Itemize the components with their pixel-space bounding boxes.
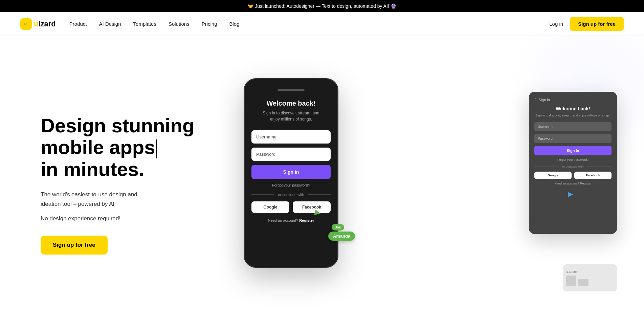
phone-divider-text: or continue with — [278, 193, 304, 197]
navbar: u uizard Product AI Design Templates Sol… — [0, 12, 644, 36]
back-panel-facebook-button[interactable]: Facebook — [574, 172, 612, 179]
back-panel-welcome: Welcome back! — [534, 106, 612, 111]
back-panel2-bars — [566, 276, 614, 286]
nav-ai-design[interactable]: AI Design — [99, 21, 121, 27]
announcement-text: 🤝 Just launched: Autodesigner — Text to … — [248, 3, 396, 9]
login-button[interactable]: Log in — [549, 21, 563, 27]
svg-text:u: u — [24, 22, 27, 26]
bar-1 — [566, 276, 576, 286]
phone-divider-line-right — [308, 194, 331, 195]
hero-content: Design stunning mobile apps in minutes. … — [41, 115, 210, 255]
phone-signin-button[interactable]: Sign in — [251, 165, 331, 179]
announcement-bar: 🤝 Just launched: Autodesigner — Text to … — [0, 0, 644, 12]
logo-icon: u — [20, 18, 32, 30]
divider-text: or continue with — [562, 165, 583, 168]
phone-divider-line-left — [251, 194, 274, 195]
joe-badge: Joe — [332, 224, 344, 231]
phone-subtitle: Sign in to discover, stream, andenjoy mi… — [263, 110, 319, 122]
phone-screen: Welcome back! Sign in to discover, strea… — [245, 79, 337, 267]
back-panel-google-button[interactable]: Google — [534, 172, 572, 179]
back-panel-mockup: 2. Sign in Welcome back! Sign in to disc… — [529, 92, 617, 234]
back-panel-password: Password — [534, 134, 612, 143]
nav-links: Product AI Design Templates Solutions Pr… — [69, 21, 549, 27]
nav-templates[interactable]: Templates — [133, 21, 156, 27]
logo-text: uizard — [34, 20, 56, 28]
phone-google-button[interactable]: Google — [251, 201, 289, 213]
cursor-blink — [156, 139, 157, 158]
back-panel2-label: 4.Search — [566, 270, 614, 274]
back-panel-forgot: Forgot your password? — [534, 158, 612, 161]
cursor-arrow-icon: ▶ — [568, 190, 573, 198]
phone-forgot[interactable]: Forgot your password? — [272, 183, 310, 187]
nav-pricing[interactable]: Pricing — [202, 21, 217, 27]
logo[interactable]: u uizard — [20, 18, 56, 30]
hero-signup-button[interactable]: Sign up for free — [41, 236, 108, 255]
amanda-badge: Amanda — [328, 232, 355, 241]
back-panel-username: Username — [534, 122, 612, 131]
nav-actions: Log in Sign up for free — [549, 17, 624, 31]
back-panel2-mockup: 4.Search — [563, 264, 617, 291]
nav-product[interactable]: Product — [69, 21, 87, 27]
phone-facebook-button[interactable]: Facebook — [293, 201, 331, 213]
hero-title: Design stunning mobile apps in minutes. — [41, 115, 210, 180]
back-panel-register: Need an account? Register — [534, 182, 612, 185]
divider-line-left — [534, 167, 559, 167]
hero-subtitle: The world's easiest-to-use design andide… — [41, 190, 210, 208]
hero-section: Design stunning mobile apps in minutes. … — [0, 36, 644, 327]
phone-notch — [277, 89, 305, 91]
hero-visuals: 2. Sign in Welcome back! Sign in to disc… — [223, 75, 624, 295]
nav-solutions[interactable]: Solutions — [169, 21, 190, 27]
back-panel-divider: or continue with — [534, 165, 612, 168]
nav-signup-button[interactable]: Sign up for free — [570, 17, 624, 31]
phone-register: Need an account? Register — [268, 218, 314, 222]
back-panel-subtitle: Sign in to discover, stream, and enjoy m… — [534, 113, 612, 118]
back-panel-signin-button[interactable]: Sign in — [534, 146, 612, 155]
nav-blog[interactable]: Blog — [229, 21, 240, 27]
phone-welcome: Welcome back! — [266, 100, 315, 107]
phone-username-field[interactable]: Username — [251, 130, 331, 144]
phone-mockup: Welcome back! Sign in to discover, strea… — [244, 78, 338, 268]
hero-note: No design experience required! — [41, 215, 210, 222]
bar-2 — [578, 279, 589, 286]
divider-line-right — [586, 167, 612, 167]
phone-divider: or continue with — [251, 193, 331, 197]
back-panel-social: Google Facebook — [534, 172, 612, 179]
phone-password-field[interactable]: Password — [251, 148, 331, 161]
back-panel-label: 2. Sign in — [534, 98, 612, 102]
